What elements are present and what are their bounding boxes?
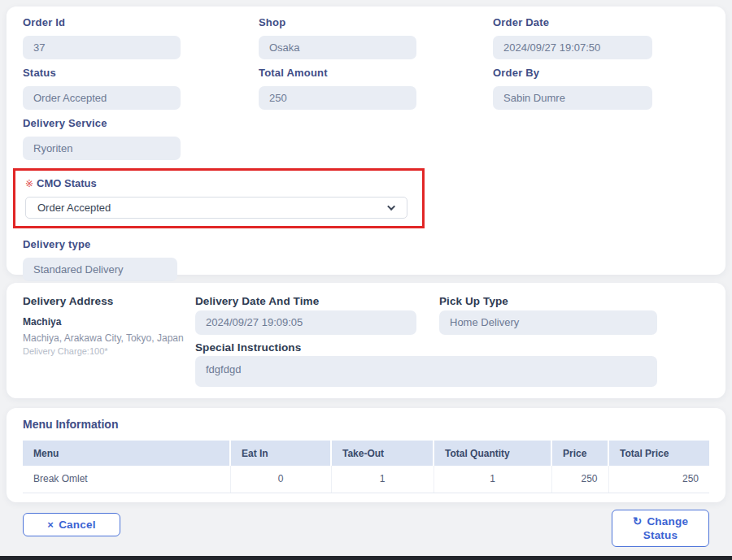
change-status-line2: Status	[643, 528, 678, 542]
cmo-status-highlight-box: ※CMO Status Order Accepted	[13, 168, 425, 228]
delivery-type-label: Delivery type	[23, 238, 709, 250]
cancel-button[interactable]: × Cancel	[23, 513, 120, 536]
chevron-down-icon	[387, 202, 395, 211]
order-id-value: 37	[23, 36, 181, 59]
order-date-label: Order Date	[493, 16, 709, 28]
order-id-label: Order Id	[23, 16, 259, 28]
delivery-service-value: Ryoriten	[23, 137, 181, 160]
col-take-out: Take-Out	[331, 441, 434, 466]
close-icon: ×	[47, 519, 54, 531]
col-total-quantity: Total Quantity	[434, 441, 551, 466]
menu-information-title: Menu Information	[23, 418, 709, 431]
menu-info-card: Menu Information Menu Eat In Take-Out To…	[7, 408, 725, 502]
col-eat-in: Eat In	[230, 441, 331, 466]
menu-table: Menu Eat In Take-Out Total Quantity Pric…	[23, 441, 709, 493]
field-order-date: Order Date 2024/09/27 19:07:50	[493, 16, 709, 59]
cmo-status-selected-option: Order Accepted	[37, 202, 111, 214]
delivery-address-heading: Delivery Address	[23, 295, 113, 307]
delivery-charge-note: Delivery Charge:100*	[23, 346, 108, 356]
menu-table-row: Break Omlet 0 1 1 250 250	[23, 466, 709, 493]
order-by-label: Order By	[493, 67, 709, 79]
special-instructions-label: Special Instructions	[195, 341, 301, 354]
cmo-status-select[interactable]: Order Accepted	[25, 197, 407, 219]
col-menu: Menu	[23, 441, 230, 466]
cell-total-quantity: 1	[434, 466, 551, 493]
field-order-id: Order Id 37	[23, 16, 259, 59]
field-delivery-type: Delivery type Standared Delivery	[23, 238, 709, 281]
status-label: Status	[23, 67, 259, 79]
status-value: Order Accepted	[23, 86, 181, 110]
menu-table-header-row: Menu Eat In Take-Out Total Quantity Pric…	[23, 441, 709, 466]
field-status: Status Order Accepted	[23, 67, 259, 110]
change-status-button[interactable]: ↻ Change Status	[612, 510, 709, 547]
window-bottom-edge	[0, 556, 732, 560]
cell-menu-name: Break Omlet	[23, 466, 230, 493]
delivery-datetime-label: Delivery Date And Time	[195, 295, 319, 307]
order-fields-grid: Order Id 37 Shop Osaka Order Date 2024/0…	[23, 16, 709, 167]
shop-value: Osaka	[259, 36, 416, 59]
pickup-type-label: Pick Up Type	[439, 295, 508, 307]
col-price: Price	[551, 441, 608, 466]
cmo-status-label: ※CMO Status	[25, 177, 422, 189]
delivery-type-value: Standared Delivery	[23, 258, 177, 281]
cmo-status-label-text: CMO Status	[37, 177, 97, 189]
total-amount-label: Total Amount	[259, 67, 493, 79]
field-delivery-service: Delivery Service Ryoriten	[23, 117, 259, 160]
change-status-line1: Change	[647, 514, 688, 528]
cell-total-price: 250	[608, 466, 709, 493]
delivery-info-card: Delivery Address Machiya Machiya, Arakaw…	[7, 283, 725, 398]
cell-price: 250	[551, 466, 608, 493]
shop-label: Shop	[259, 16, 493, 28]
delivery-address-name: Machiya	[23, 316, 61, 328]
order-detail-page: { "order_card": { "fields": [ { "label":…	[0, 0, 732, 560]
delivery-service-label: Delivery Service	[23, 117, 259, 129]
pickup-type-value: Home Delivery	[439, 310, 657, 335]
refresh-icon: ↻	[633, 514, 643, 528]
field-total-amount: Total Amount 250	[259, 67, 493, 110]
cell-eat-in: 0	[230, 466, 331, 493]
field-shop: Shop Osaka	[259, 16, 493, 59]
order-info-card: Order Id 37 Shop Osaka Order Date 2024/0…	[7, 7, 725, 275]
total-amount-value: 250	[259, 86, 416, 110]
col-total-price: Total Price	[608, 441, 709, 466]
special-instructions-value: fdgfdgd	[195, 356, 657, 387]
delivery-address-line: Machiya, Arakawa City, Tokyo, Japan	[23, 332, 184, 344]
field-order-by: Order By Sabin Dumre	[493, 67, 709, 110]
required-mark-icon: ※	[25, 178, 33, 189]
order-by-value: Sabin Dumre	[493, 86, 652, 110]
cell-take-out: 1	[331, 466, 434, 493]
cancel-button-label: Cancel	[59, 519, 95, 531]
order-date-value: 2024/09/27 19:07:50	[493, 36, 652, 59]
delivery-datetime-value: 2024/09/27 19:09:05	[195, 310, 416, 335]
